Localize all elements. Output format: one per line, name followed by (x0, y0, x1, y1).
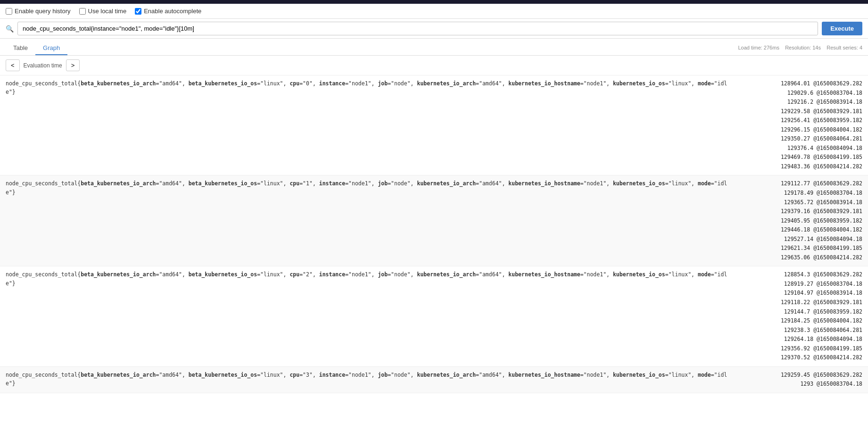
metric-values: 128964.01 @1650083629.282129029.6 @16500… (736, 75, 868, 175)
top-bar (0, 0, 868, 4)
enable-query-history-label: Enable query history (15, 8, 71, 15)
use-local-time-group[interactable]: Use local time (79, 8, 127, 15)
resolution: Resolution: 14s (785, 45, 821, 50)
metric-label: node_cpu_seconds_total{beta_kubernetes_i… (0, 75, 736, 100)
metric-values: 128854.3 @1650083629.282128919.27 @16500… (736, 266, 868, 366)
use-local-time-label: Use local time (88, 8, 127, 15)
enable-autocomplete-checkbox[interactable] (135, 8, 141, 15)
table-row: node_cpu_seconds_total{beta_kubernetes_i… (0, 175, 868, 266)
enable-query-history-group[interactable]: Enable query history (6, 8, 71, 15)
search-input[interactable] (17, 22, 818, 35)
eval-time-label: Evaluation time (24, 62, 62, 69)
use-local-time-checkbox[interactable] (79, 8, 86, 15)
eval-bar: < Evaluation time > (0, 56, 868, 75)
execute-button[interactable]: Execute (822, 22, 862, 35)
results-container: node_cpu_seconds_total{beta_kubernetes_i… (0, 75, 868, 447)
result-series: Result series: 4 (827, 45, 862, 50)
tab-table[interactable]: Table (6, 41, 35, 55)
metric-values: 129259.45 @1650083629.2821293 @165008370… (736, 367, 868, 393)
metric-values: 129112.77 @1650083629.282129178.49 @1650… (736, 175, 868, 266)
enable-autocomplete-group[interactable]: Enable autocomplete (135, 8, 201, 15)
enable-autocomplete-label: Enable autocomplete (144, 8, 201, 15)
metric-label: node_cpu_seconds_total{beta_kubernetes_i… (0, 175, 736, 200)
table-row: node_cpu_seconds_total{beta_kubernetes_i… (0, 367, 868, 393)
table-row: node_cpu_seconds_total{beta_kubernetes_i… (0, 75, 868, 175)
metric-label: node_cpu_seconds_total{beta_kubernetes_i… (0, 367, 736, 392)
next-button[interactable]: > (66, 59, 80, 71)
enable-query-history-checkbox[interactable] (6, 8, 12, 15)
tabs-area: Table Graph Load time: 276ms Resolution:… (0, 39, 868, 56)
tab-graph[interactable]: Graph (35, 41, 67, 55)
table-row: node_cpu_seconds_total{beta_kubernetes_i… (0, 266, 868, 366)
search-bar: 🔍 Execute (0, 19, 868, 39)
toolbar: Enable query history Use local time Enab… (0, 4, 868, 19)
load-time: Load time: 276ms (738, 45, 779, 50)
metric-label: node_cpu_seconds_total{beta_kubernetes_i… (0, 266, 736, 291)
meta-info: Load time: 276ms Resolution: 14s Result … (738, 45, 862, 52)
search-icon: 🔍 (6, 25, 14, 33)
tabs: Table Graph (6, 41, 67, 55)
prev-button[interactable]: < (6, 59, 20, 71)
